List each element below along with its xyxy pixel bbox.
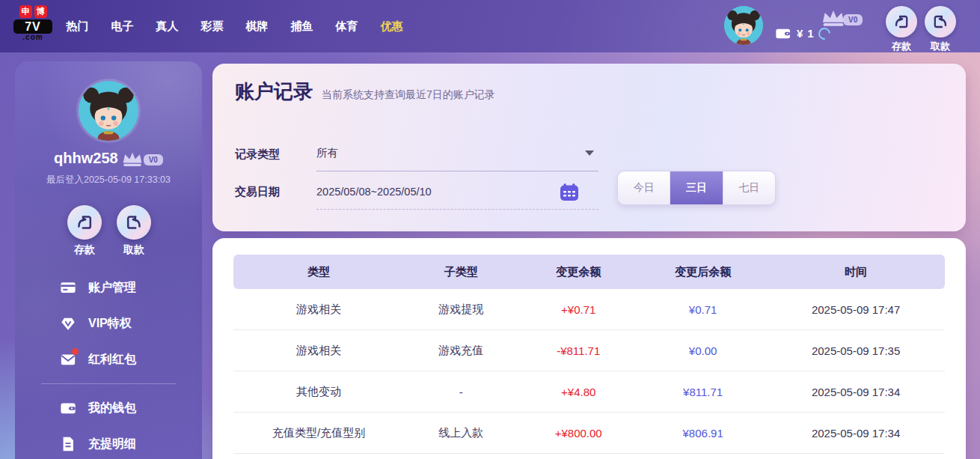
sidebar-deposit-button[interactable]: 存款 (58, 205, 111, 257)
nav-item-slots[interactable]: 电子 (111, 19, 134, 34)
deposit-icon (75, 213, 94, 232)
wallet-icon (60, 400, 76, 416)
col-header-type: 类型 (233, 265, 404, 279)
menu-label: 我的钱包 (88, 401, 136, 416)
user-avatar[interactable] (724, 6, 763, 45)
cell-balance-after: ¥811.71 (639, 386, 767, 398)
nav-item-lottery[interactable]: 彩票 (200, 19, 224, 34)
range-button-today[interactable]: 今日 (618, 171, 670, 204)
vip-level[interactable]: V0 (821, 9, 863, 27)
wallet-icon (776, 28, 792, 40)
nav-item-sports[interactable]: 体育 (335, 19, 358, 34)
sidebar-withdraw-button[interactable]: 取款 (108, 205, 160, 257)
col-header-balance-after: 变更后余额 (639, 265, 767, 279)
balance-display: ¥ 1 (776, 27, 830, 40)
table-row: 游戏相关 游戏充值 -¥811.71 ¥0.00 2025-05-09 17:3… (233, 330, 945, 371)
crown-icon (121, 151, 144, 167)
cell-time: 2025-05-09 17:35 (767, 344, 945, 357)
cell-balance-change: +¥800.00 (518, 427, 639, 440)
sidebar-item-my-wallet[interactable]: 我的钱包 (15, 390, 202, 426)
cell-type: 游戏相关 (233, 303, 404, 317)
sidebar-menu: 账户管理 VIP特权 红利红包 我的钱包 充提明细 (15, 270, 202, 459)
menu-label: 充提明细 (88, 437, 136, 452)
profile-avatar[interactable] (79, 81, 138, 141)
date-range-input[interactable]: 2025/05/08~2025/05/10 (316, 174, 598, 210)
vip-badge: V0 (843, 14, 863, 25)
table-row: 游戏相关 游戏提现 +¥0.71 ¥0.71 2025-05-09 17:47 (233, 289, 945, 330)
top-navbar: 申 博 7V .com 热门 电子 真人 彩票 棋牌 捕鱼 体育 优惠 (0, 0, 980, 52)
cell-time: 2025-05-09 17:47 (767, 303, 945, 316)
deposit-label: 存款 (881, 40, 922, 53)
account-records-panel: 账户记录 当前系统支持查询最近7日的账户记录 记录类型 所有 交易日期 2025… (212, 64, 966, 231)
transaction-date-label: 交易日期 (235, 185, 280, 199)
notification-dot (72, 348, 79, 355)
username: qhhw258 (54, 150, 118, 167)
cell-balance-change: +¥0.71 (518, 303, 639, 316)
cell-time: 2025-05-09 17:34 (767, 427, 945, 440)
avatar-illustration (79, 81, 138, 141)
menu-label: VIP特权 (88, 316, 132, 332)
vip-diamond-icon (60, 315, 76, 332)
table-row: 充值类型/充值型别 线上入款 +¥800.00 ¥806.91 2025-05-… (233, 413, 945, 454)
withdraw-icon (931, 13, 949, 31)
records-table-card: 类型 子类型 变更余额 变更后余额 时间 游戏相关 游戏提现 +¥0.71 ¥0… (212, 238, 966, 459)
profile-summary: qhhw258 V0 (15, 150, 202, 167)
menu-divider (41, 383, 176, 384)
sidebar-item-deposit-withdraw-details[interactable]: 充提明细 (15, 426, 202, 459)
table-row: 其他变动 - +¥4.80 ¥811.71 2025-05-09 17:34 (233, 371, 945, 413)
page-title-row: 账户记录 当前系统支持查询最近7日的账户记录 (235, 79, 495, 105)
sidebar-item-bonus-redpacket[interactable]: 红利红包 (15, 341, 202, 377)
withdraw-button[interactable]: 取款 (919, 6, 961, 53)
col-header-subtype: 子类型 (404, 265, 518, 279)
withdraw-label: 取款 (919, 40, 961, 53)
statement-document-icon (60, 436, 76, 452)
red-packet-icon (60, 351, 76, 368)
cell-subtype: 游戏提现 (404, 303, 518, 317)
cell-balance-after: ¥806.91 (639, 427, 767, 440)
calendar-icon[interactable] (560, 183, 579, 201)
withdraw-label: 取款 (108, 243, 160, 257)
cell-balance-change: +¥4.80 (518, 386, 639, 398)
logo-name: 7V (13, 19, 52, 34)
record-type-label: 记录类型 (235, 148, 280, 162)
record-type-select[interactable]: 所有 (316, 136, 598, 171)
refresh-balance-icon[interactable] (815, 25, 833, 42)
range-button-three-days[interactable]: 三日 (670, 171, 722, 204)
nav-item-hot[interactable]: 热门 (66, 19, 89, 34)
deposit-label: 存款 (58, 243, 111, 257)
avatar-illustration (724, 6, 763, 45)
col-header-time: 时间 (767, 265, 945, 279)
site-logo[interactable]: 申 博 7V .com (13, 5, 52, 40)
cell-balance-change: -¥811.71 (518, 344, 639, 357)
nav-item-promos[interactable]: 优惠 (380, 19, 403, 34)
menu-label: 红利红包 (88, 352, 136, 368)
range-button-seven-days[interactable]: 七日 (723, 171, 775, 204)
nav-item-live[interactable]: 真人 (156, 19, 179, 34)
deposit-button[interactable]: 存款 (881, 6, 922, 53)
table-header-row: 类型 子类型 变更余额 变更后余额 时间 (233, 255, 945, 289)
menu-label: 账户管理 (88, 280, 136, 296)
vip-badge: V0 (144, 154, 163, 165)
page-title: 账户记录 (235, 79, 313, 105)
nav-item-cards[interactable]: 棋牌 (245, 19, 269, 34)
date-range-quick-buttons: 今日 三日 七日 (617, 171, 776, 205)
page-subtitle: 当前系统支持查询最近7日的账户记录 (322, 88, 495, 102)
cell-balance-after: ¥0.71 (639, 303, 767, 316)
bank-card-icon (60, 279, 76, 296)
cell-subtype: 游戏充值 (404, 344, 518, 358)
cell-balance-after: ¥0.00 (639, 344, 767, 357)
record-type-value: 所有 (316, 146, 338, 160)
sidebar-item-account-management[interactable]: 账户管理 (15, 270, 202, 306)
sidebar-item-vip-privileges[interactable]: VIP特权 (15, 306, 202, 341)
logo-badge-2: 博 (34, 5, 47, 18)
chevron-down-icon (585, 151, 594, 156)
cell-type: 充值类型/充值型别 (233, 426, 404, 440)
cell-type: 其他变动 (233, 385, 404, 399)
balance-amount: 1 (807, 27, 813, 40)
cell-time: 2025-05-09 17:34 (767, 386, 945, 398)
date-range-value: 2025/05/08~2025/05/10 (316, 186, 432, 198)
cell-subtype: 线上入款 (404, 426, 518, 440)
cell-subtype: - (404, 386, 518, 398)
last-login-text: 最后登入2025-05-09 17:33:03 (15, 174, 202, 186)
nav-item-fishing[interactable]: 捕鱼 (290, 19, 313, 34)
